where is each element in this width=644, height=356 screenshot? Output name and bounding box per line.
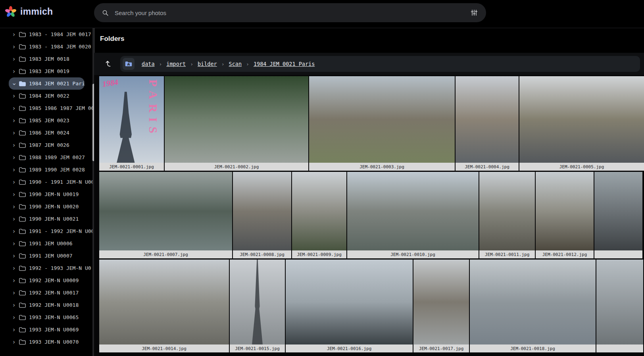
photo-tile[interactable] [594, 172, 642, 258]
chevron-icon: › [11, 277, 17, 284]
photo-tile[interactable]: 1984PARIS JEM-0021-0001.jpg [99, 76, 164, 171]
chevron-icon: › [11, 179, 17, 186]
folder-tree-item[interactable]: › 1992 JEM-N U0018 [0, 299, 92, 311]
breadcrumb-bar: data›import›bilder›Scan›1984 JEM 0021 Pa… [120, 56, 640, 72]
folder-item-label: 1990 - 1991 JEM-N U00 [29, 179, 92, 185]
chevron-icon: › [11, 105, 17, 112]
breadcrumb-link[interactable]: data [142, 61, 155, 67]
folder-tree-item[interactable]: › 1983 JEM 0018 [0, 53, 92, 65]
folder-tree-item[interactable]: › 1985 JEM 0023 [0, 114, 92, 127]
folder-tree-item[interactable]: › 1983 - 1984 JEM 0017 [0, 28, 92, 40]
breadcrumb-link[interactable]: 1984 JEM 0021 Paris [254, 61, 315, 67]
immich-pinwheel-icon [5, 6, 17, 17]
folder-tree-item[interactable]: › 1988 1989 JEM 0027 [0, 151, 92, 164]
arrow-turn-up-icon [104, 60, 112, 68]
photo-filename: JEM-0021-0018.jpg [470, 344, 596, 352]
folder-icon [19, 32, 26, 37]
folder-tree-item[interactable]: › 1992 JEM-N U0009 [0, 274, 92, 287]
chevron-icon: › [11, 314, 17, 321]
folder-tree-item[interactable]: › 1991 JEM U0006 [0, 237, 92, 250]
photo-thumbnail [233, 172, 291, 250]
breadcrumb-link[interactable]: import [166, 61, 186, 67]
folder-icon [19, 56, 26, 62]
photo-thumbnail [470, 260, 596, 344]
folder-tree-item[interactable]: › 1993 JEM-N U0070 [0, 336, 92, 348]
folder-icon [19, 155, 26, 160]
photo-tile[interactable]: JEM-0021-0005.jpg [519, 76, 644, 171]
photo-thumbnail [292, 172, 346, 250]
folder-icon [19, 315, 26, 320]
photo-filename: JEM-0021-0001.jpg [99, 163, 164, 171]
folder-item-label: 1992 JEM-N U0018 [29, 302, 79, 308]
chevron-icon: › [11, 302, 17, 309]
folder-tree-item[interactable]: › 1990 JEM-N U0021 [0, 213, 92, 225]
folder-icon [19, 253, 26, 259]
photo-tile[interactable]: JEM-0021-0004.jpg [456, 76, 519, 171]
photo-tile[interactable] [596, 260, 643, 352]
folder-tree-item[interactable]: › 1984 JEM 0022 [0, 90, 92, 102]
breadcrumb-link[interactable]: bilder [198, 61, 217, 67]
photo-tile[interactable]: JEM-0021-0007.jpg [99, 172, 232, 258]
chevron-icon: › [11, 142, 17, 149]
photo-tile[interactable]: JEM-0021-0018.jpg [470, 260, 596, 352]
photo-thumbnail [413, 260, 469, 344]
folder-item-label: 1988 1989 JEM 0027 [29, 154, 85, 160]
photo-thumbnail [309, 76, 455, 163]
photo-filename: JEM-0021-0017.jpg [413, 344, 469, 352]
photo-annotation-title: PARIS [146, 79, 160, 138]
folder-tree-item[interactable]: › 1987 JEM 0026 [0, 139, 92, 151]
top-bar: immich [0, 0, 644, 25]
folder-item-label: 1991 JEM U0007 [29, 253, 73, 259]
photo-tile[interactable]: JEM-0021-0014.jpg [99, 260, 229, 352]
folder-tree-item[interactable]: › 1990 JEM-N U0019 [0, 188, 92, 200]
main-area: Folders data›import›bilder›Scan›1984 JEM… [95, 28, 644, 356]
photo-tile[interactable]: JEM-0021-0009.jpg [292, 172, 346, 258]
folder-tree-item[interactable]: › 1985 1986 1987 JEM 00 [0, 102, 92, 114]
home-folder-button[interactable] [123, 58, 135, 70]
folder-tree-item[interactable]: › 1990 - 1991 JEM-N U00 [0, 176, 92, 188]
folder-tree-item[interactable]: › 1983 - 1984 JEM 0020 [0, 40, 92, 53]
search-filter-button[interactable] [469, 7, 480, 18]
folder-tree-item[interactable]: › 1989 1990 JEM 0028 [0, 164, 92, 176]
photo-tile[interactable]: JEM-0021-0016.jpg [286, 260, 413, 352]
search-icon [102, 10, 109, 16]
folder-icon [19, 290, 26, 296]
photo-annotation-year: 1984 [102, 77, 119, 89]
folder-icon [19, 142, 26, 148]
photo-filename: JEM-0021-0005.jpg [519, 163, 644, 171]
photo-tile[interactable]: JEM-0021-0010.jpg [347, 172, 479, 258]
folder-tree-item[interactable]: › 1993 JEM-N U0065 [0, 311, 92, 323]
folder-tree-item[interactable]: › 1993 JEM-N U0069 [0, 323, 92, 336]
folder-tree-item[interactable]: › 1986 JEM 0024 [0, 127, 92, 139]
chevron-icon: › [11, 326, 17, 333]
folder-tree-item[interactable]: › 1991 JEM U0007 [0, 250, 92, 262]
folder-icon [19, 93, 26, 99]
photo-thumbnail [456, 76, 519, 163]
photo-tile[interactable]: JEM-0021-0002.jpg [165, 76, 308, 171]
photo-thumbnail [347, 172, 479, 250]
photo-tile[interactable]: JEM-0021-0003.jpg [309, 76, 455, 171]
folder-tree-item[interactable]: › 1991 - 1992 JEM-N U00 [0, 225, 92, 237]
photo-grid: 1984PARIS JEM-0021-0001.jpg JEM-0021-000… [94, 75, 644, 356]
folder-item-label: 1993 JEM-N U0069 [29, 327, 79, 333]
photo-tile[interactable]: JEM-0021-0011.jpg [479, 172, 535, 258]
photo-tile[interactable]: JEM-0021-0012.jpg [536, 172, 594, 258]
folder-tree-item[interactable]: › 1992 JEM-N U0017 [0, 287, 92, 299]
photo-tile[interactable]: JEM-0021-0008.jpg [233, 172, 291, 258]
folder-tree-item[interactable]: › 1983 JEM 0019 [0, 65, 92, 77]
immich-logo[interactable]: immich [5, 6, 53, 17]
search-bar[interactable] [94, 3, 486, 22]
go-up-button[interactable] [100, 56, 115, 71]
folder-tree-item[interactable]: › 1984 JEM 0021 Paris [9, 77, 85, 90]
folder-item-label: 1985 1986 1987 JEM 00 [29, 105, 92, 111]
folder-tree-item[interactable]: › 1992 - 1993 JEM-N U0 [0, 262, 92, 274]
photo-tile[interactable]: JEM-0021-0017.jpg [413, 260, 469, 352]
photo-tile[interactable]: JEM-0021-0015.jpg [230, 260, 285, 352]
folder-item-label: 1990 JEM-N U0020 [29, 204, 79, 210]
breadcrumb-link[interactable]: Scan [229, 61, 242, 67]
folder-item-label: 1984 JEM 0021 Paris [29, 81, 85, 87]
search-input[interactable] [114, 9, 469, 17]
chevron-icon: › [11, 252, 17, 260]
folder-tree-item[interactable]: › 1990 JEM-N U0020 [0, 200, 92, 213]
folder-list: › 1983 - 1984 JEM 0017 › 1983 - 1984 JEM… [0, 28, 92, 348]
